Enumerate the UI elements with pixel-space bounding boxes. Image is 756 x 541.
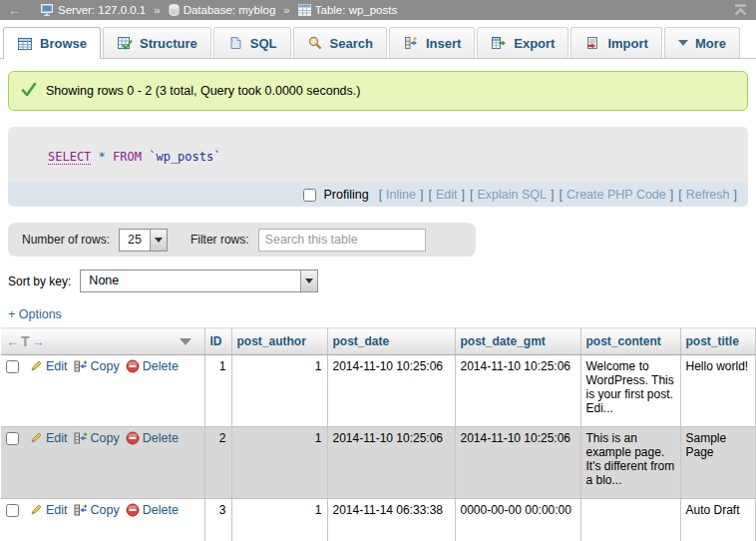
row-checkbox[interactable] <box>6 360 19 373</box>
column-header-post-content[interactable]: post_content <box>580 328 680 355</box>
explain-sql-link[interactable]: Explain SQL <box>477 188 546 202</box>
bracket: ] <box>670 188 673 202</box>
breadcrumb-server-label: Server: 127.0.0.1 <box>58 4 146 16</box>
browse-icon <box>17 36 33 52</box>
search-icon <box>307 35 323 51</box>
sql-table-ref: `wp_posts` <box>149 150 220 164</box>
inline-link[interactable]: Inline <box>386 188 416 202</box>
column-header-id[interactable]: ID <box>204 328 231 355</box>
breadcrumb-server[interactable]: Server: 127.0.0.1 <box>41 4 146 16</box>
bracket: ] <box>420 188 423 202</box>
header-row: ← T → ID post_author post_date post_date… <box>1 328 755 355</box>
number-of-rows-select[interactable]: 25 <box>119 229 168 252</box>
sort-by-key-value: None <box>81 270 300 291</box>
back-arrow-icon[interactable]: ← <box>8 3 21 18</box>
tab-import-label: Import <box>607 36 647 51</box>
profiling-label: Profiling <box>323 188 368 202</box>
insert-icon <box>403 35 419 51</box>
tab-import[interactable]: Import <box>570 27 661 58</box>
column-header-post-title[interactable]: post_title <box>680 328 755 355</box>
pencil-icon <box>29 431 43 445</box>
select-arrow-icon <box>150 230 167 251</box>
sql-star: * <box>99 150 106 164</box>
column-header-post-date-gmt[interactable]: post_date_gmt <box>455 328 580 355</box>
copy-icon <box>74 503 88 517</box>
sql-icon <box>227 35 243 51</box>
cell-id: 2 <box>204 427 231 499</box>
sort-by-key-select[interactable]: None <box>80 270 318 292</box>
cell-post-date-gmt: 2014-11-10 10:25:06 <box>455 355 580 427</box>
cell-post-author: 1 <box>231 499 327 541</box>
create-php-code-link[interactable]: Create PHP Code <box>567 188 666 202</box>
check-icon <box>21 82 37 100</box>
import-icon <box>584 35 600 51</box>
database-icon <box>169 4 180 16</box>
tee-icon: T <box>21 333 30 349</box>
sort-by-key-label: Sort by key: <box>8 274 71 288</box>
cell-post-author: 1 <box>231 427 327 499</box>
delete-row-link[interactable]: Delete <box>126 431 179 445</box>
profiling-checkbox[interactable] <box>303 189 316 202</box>
edit-row-link[interactable]: Edit <box>29 359 68 373</box>
breadcrumb-database[interactable]: Database: myblog <box>169 4 276 16</box>
results-table: ← T → ID post_author post_date post_date… <box>1 327 756 541</box>
cell-id: 3 <box>204 499 231 541</box>
tab-browse[interactable]: Browse <box>3 27 101 59</box>
refresh-link[interactable]: Refresh <box>686 188 730 202</box>
sql-keyword-select: SELECT <box>48 150 91 165</box>
cell-post-title: Auto Draft <box>680 499 755 541</box>
number-of-rows-label: Number of rows: <box>22 233 110 247</box>
cell-id: 1 <box>204 355 231 427</box>
query-actions-bar: Profiling [ Inline ] [ Edit ] [ Explain … <box>8 183 748 207</box>
column-move-controls[interactable]: ← T → <box>6 333 45 349</box>
edit-row-link[interactable]: Edit <box>29 431 68 445</box>
success-message-text: Showing rows 0 - 2 (3 total, Query took … <box>46 84 360 98</box>
options-toggle-link[interactable]: + Options <box>8 307 62 321</box>
copy-row-link[interactable]: Copy <box>74 431 120 445</box>
delete-row-link[interactable]: Delete <box>126 359 179 373</box>
tab-more[interactable]: More <box>664 27 740 58</box>
tab-export[interactable]: Export <box>477 27 568 58</box>
tab-more-label: More <box>695 36 726 51</box>
options-dropdown-icon[interactable] <box>180 338 191 345</box>
delete-icon <box>126 503 140 517</box>
copy-row-link[interactable]: Copy <box>74 503 120 517</box>
bracket: [ <box>379 188 382 202</box>
tab-structure-label: Structure <box>140 36 197 51</box>
column-header-post-author[interactable]: post_author <box>231 328 327 355</box>
tab-structure[interactable]: Structure <box>103 27 211 58</box>
filter-rows-label: Filter rows: <box>190 233 249 247</box>
tab-sql-label: SQL <box>250 36 277 51</box>
bracket: ] <box>551 188 554 202</box>
column-actions-header[interactable]: ← T → <box>1 328 204 355</box>
cell-post-date-gmt: 2014-11-10 10:25:06 <box>455 427 580 499</box>
column-header-post-date[interactable]: post_date <box>327 328 455 355</box>
cell-post-content <box>580 499 680 541</box>
tab-insert-label: Insert <box>426 36 461 51</box>
bracket: [ <box>428 188 431 202</box>
sql-keyword-from: FROM <box>113 150 142 164</box>
tab-search[interactable]: Search <box>293 27 387 58</box>
edit-query-link[interactable]: Edit <box>436 188 458 202</box>
tab-insert[interactable]: Insert <box>389 27 475 58</box>
tab-sql[interactable]: SQL <box>213 27 291 58</box>
sql-query-box: SELECT * FROM `wp_posts` Profiling [ Inl… <box>8 127 748 207</box>
row-checkbox[interactable] <box>6 504 19 517</box>
breadcrumb-table[interactable]: Table: wp_posts <box>298 4 397 16</box>
tab-browse-label: Browse <box>40 36 87 51</box>
row-checkbox[interactable] <box>6 432 19 445</box>
edit-row-link[interactable]: Edit <box>29 503 68 517</box>
filter-rows-input[interactable] <box>258 229 426 252</box>
select-arrow-icon <box>300 270 317 291</box>
table-row: Edit Copy Delete 2 1 2014-11-10 10:25:06… <box>1 427 755 499</box>
copy-icon <box>74 359 88 373</box>
cell-post-date: 2014-11-14 06:33:38 <box>327 499 455 541</box>
collapse-console-icon[interactable] <box>733 3 748 17</box>
bracket: [ <box>559 188 562 202</box>
copy-row-link[interactable]: Copy <box>74 359 120 373</box>
breadcrumb-bar: ← Server: 127.0.0.1 » Database: myblog »… <box>0 0 756 20</box>
export-icon <box>491 35 507 51</box>
copy-icon <box>74 431 88 445</box>
delete-row-link[interactable]: Delete <box>126 503 179 517</box>
cell-post-date: 2014-11-10 10:25:06 <box>327 427 455 499</box>
